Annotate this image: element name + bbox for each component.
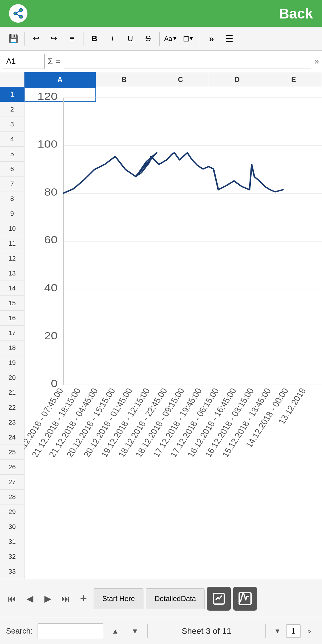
cell-E29[interactable] bbox=[265, 504, 322, 519]
cell-C20[interactable] bbox=[152, 370, 209, 385]
cell-B24[interactable] bbox=[96, 430, 153, 445]
sheet-tab-start-here[interactable]: Start Here bbox=[94, 588, 143, 609]
cell-A30[interactable] bbox=[24, 519, 96, 534]
cell-E7[interactable] bbox=[265, 177, 322, 191]
cell-E1[interactable] bbox=[265, 87, 322, 102]
cell-D1[interactable] bbox=[209, 87, 266, 102]
cell-A32[interactable] bbox=[24, 549, 96, 564]
cell-C32[interactable] bbox=[152, 549, 209, 564]
cell-C25[interactable] bbox=[152, 445, 209, 460]
cell-E14[interactable] bbox=[265, 281, 322, 296]
cell-C12[interactable] bbox=[152, 251, 209, 266]
cell-E16[interactable] bbox=[265, 311, 322, 326]
cell-C22[interactable] bbox=[152, 400, 209, 415]
cell-D16[interactable] bbox=[209, 311, 266, 326]
cell-E26[interactable] bbox=[265, 460, 322, 475]
cell-D25[interactable] bbox=[209, 445, 266, 460]
cell-A1[interactable] bbox=[24, 87, 96, 102]
cell-B9[interactable] bbox=[96, 206, 153, 221]
more-tools-button[interactable]: » bbox=[203, 31, 219, 47]
cell-C11[interactable] bbox=[152, 236, 209, 251]
cell-D4[interactable] bbox=[209, 132, 266, 147]
cell-C30[interactable] bbox=[152, 519, 209, 534]
cell-D22[interactable] bbox=[209, 400, 266, 415]
cell-A24[interactable] bbox=[24, 430, 96, 445]
cell-D11[interactable] bbox=[209, 236, 266, 251]
cell-B23[interactable] bbox=[96, 415, 153, 430]
cell-E30[interactable] bbox=[265, 519, 322, 534]
cell-B17[interactable] bbox=[96, 326, 153, 340]
cell-D14[interactable] bbox=[209, 281, 266, 296]
cell-E5[interactable] bbox=[265, 147, 322, 162]
border-button[interactable]: □ ▼ bbox=[181, 31, 197, 47]
cell-D7[interactable] bbox=[209, 177, 266, 191]
font-button[interactable]: Aa ▼ bbox=[163, 31, 179, 47]
cell-C23[interactable] bbox=[152, 415, 209, 430]
cell-B4[interactable] bbox=[96, 132, 153, 147]
cell-A21[interactable] bbox=[24, 385, 96, 400]
cell-B20[interactable] bbox=[96, 370, 153, 385]
back-button[interactable]: Back bbox=[279, 5, 313, 22]
cell-B16[interactable] bbox=[96, 311, 153, 326]
cell-D32[interactable] bbox=[209, 549, 266, 564]
cell-C26[interactable] bbox=[152, 460, 209, 475]
cell-C17[interactable] bbox=[152, 326, 209, 340]
add-sheet-button[interactable]: + bbox=[75, 588, 92, 609]
cell-A23[interactable] bbox=[24, 415, 96, 430]
column-header-b[interactable]: B bbox=[96, 72, 153, 87]
menu-button[interactable]: ☰ bbox=[221, 31, 237, 47]
cell-C33[interactable] bbox=[152, 564, 209, 579]
cell-D8[interactable] bbox=[209, 191, 266, 206]
cell-D29[interactable] bbox=[209, 504, 266, 519]
cell-B32[interactable] bbox=[96, 549, 153, 564]
cell-B30[interactable] bbox=[96, 519, 153, 534]
save-button[interactable]: 💾 bbox=[5, 31, 21, 47]
cell-B21[interactable] bbox=[96, 385, 153, 400]
cell-B28[interactable] bbox=[96, 490, 153, 504]
cell-E33[interactable] bbox=[265, 564, 322, 579]
bold-button[interactable]: B bbox=[86, 31, 103, 47]
cell-D6[interactable] bbox=[209, 162, 266, 177]
share-button[interactable] bbox=[9, 4, 27, 23]
cell-C3[interactable] bbox=[152, 117, 209, 132]
cell-D3[interactable] bbox=[209, 117, 266, 132]
cell-A2[interactable] bbox=[24, 102, 96, 117]
cell-C27[interactable] bbox=[152, 475, 209, 490]
cell-E8[interactable] bbox=[265, 191, 322, 206]
italic-button[interactable]: I bbox=[104, 31, 120, 47]
cell-C28[interactable] bbox=[152, 490, 209, 504]
cell-C9[interactable] bbox=[152, 206, 209, 221]
cell-A16[interactable] bbox=[24, 311, 96, 326]
cell-D20[interactable] bbox=[209, 370, 266, 385]
cell-A27[interactable] bbox=[24, 475, 96, 490]
cell-E24[interactable] bbox=[265, 430, 322, 445]
cell-E10[interactable] bbox=[265, 221, 322, 236]
redo-button[interactable]: ↪ bbox=[46, 31, 62, 47]
cell-D2[interactable] bbox=[209, 102, 266, 117]
cell-C15[interactable] bbox=[152, 296, 209, 311]
cell-C31[interactable] bbox=[152, 534, 209, 549]
cell-E4[interactable] bbox=[265, 132, 322, 147]
page-more-button[interactable]: » bbox=[302, 624, 316, 638]
cell-D15[interactable] bbox=[209, 296, 266, 311]
cell-B22[interactable] bbox=[96, 400, 153, 415]
format-button[interactable]: ≡ bbox=[64, 31, 80, 47]
cell-C16[interactable] bbox=[152, 311, 209, 326]
cell-B13[interactable] bbox=[96, 266, 153, 281]
cell-A9[interactable] bbox=[24, 206, 96, 221]
cell-E25[interactable] bbox=[265, 445, 322, 460]
cell-D21[interactable] bbox=[209, 385, 266, 400]
cell-B5[interactable] bbox=[96, 147, 153, 162]
cell-C19[interactable] bbox=[152, 355, 209, 370]
cell-D10[interactable] bbox=[209, 221, 266, 236]
sheet-tab-soc-icon[interactable] bbox=[207, 587, 231, 611]
nav-last-button[interactable]: ⏭ bbox=[57, 588, 75, 609]
cell-A19[interactable] bbox=[24, 355, 96, 370]
search-next-button[interactable]: ▼ bbox=[128, 623, 143, 639]
cell-C29[interactable] bbox=[152, 504, 209, 519]
cell-B29[interactable] bbox=[96, 504, 153, 519]
cell-D24[interactable] bbox=[209, 430, 266, 445]
cell-A33[interactable] bbox=[24, 564, 96, 579]
strikethrough-button[interactable]: S bbox=[140, 31, 156, 47]
cell-A29[interactable] bbox=[24, 504, 96, 519]
